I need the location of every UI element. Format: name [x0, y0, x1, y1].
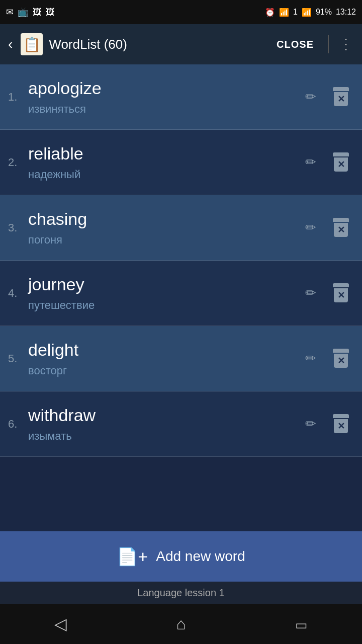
trash-icon: ✕ — [332, 349, 350, 369]
word-content: delight восторг — [28, 332, 298, 385]
word-number: 6. — [8, 418, 28, 431]
delete-button[interactable]: ✕ — [328, 411, 354, 437]
back-button[interactable]: ‹ — [8, 36, 13, 52]
pencil-icon — [305, 89, 316, 105]
edit-button[interactable] — [298, 346, 324, 372]
more-menu-button[interactable]: ⋮ — [339, 37, 354, 51]
word-russian: погоня — [28, 233, 298, 247]
trash-icon: ✕ — [332, 283, 350, 303]
delete-button[interactable]: ✕ — [328, 280, 354, 306]
delete-button[interactable]: ✕ — [328, 84, 354, 110]
word-russian: путешествие — [28, 299, 298, 312]
wifi-icon: 📶 — [279, 8, 289, 17]
language-label: Language lession 1 — [0, 582, 362, 604]
word-russian: извиняться — [28, 103, 298, 116]
word-content: withdraw изымать — [28, 397, 298, 451]
word-russian: изымать — [28, 430, 298, 443]
word-content: apologize извиняться — [28, 70, 298, 124]
word-number: 4. — [8, 287, 28, 300]
alarm-icon: ⏰ — [265, 8, 275, 17]
word-russian: надежный — [28, 168, 298, 181]
word-list: 1. apologize извиняться ✕ 2. reliabl — [0, 64, 362, 531]
word-actions: ✕ — [298, 346, 354, 372]
edit-button[interactable] — [298, 215, 324, 241]
delete-button[interactable]: ✕ — [328, 215, 354, 241]
add-icon: 📄+ — [117, 546, 148, 567]
add-word-label: Add new word — [156, 548, 245, 565]
word-english: withdraw — [28, 405, 298, 426]
word-number: 2. — [8, 156, 28, 169]
word-item: 5. delight восторг ✕ — [0, 326, 362, 391]
signal-icon: 📶 — [302, 8, 312, 17]
nav-bar — [0, 604, 362, 644]
battery-num: 1 — [293, 8, 298, 17]
word-actions: ✕ — [298, 411, 354, 437]
trash-icon: ✕ — [332, 414, 350, 434]
word-actions: ✕ — [298, 84, 354, 110]
word-english: reliable — [28, 143, 298, 164]
word-actions: ✕ — [298, 280, 354, 306]
edit-button[interactable] — [298, 84, 324, 110]
word-english: apologize — [28, 78, 298, 99]
word-content: chasing погоня — [28, 201, 298, 255]
nav-back-button[interactable] — [54, 614, 67, 633]
status-bar: ✉ 📺 🖼 🖼 ⏰ 📶 1 📶 91% 13:12 — [0, 0, 362, 24]
word-number: 1. — [8, 91, 28, 104]
edit-button[interactable] — [298, 149, 324, 176]
edit-button[interactable] — [298, 280, 324, 306]
word-item: 2. reliable надежный ✕ — [0, 130, 362, 195]
pencil-icon — [305, 416, 316, 432]
tv-icon: 📺 — [18, 7, 29, 18]
word-actions: ✕ — [298, 215, 354, 241]
close-button[interactable]: CLOSE — [277, 39, 314, 50]
word-item: 6. withdraw изымать ✕ — [0, 391, 362, 457]
word-russian: восторг — [28, 364, 298, 377]
status-right: ⏰ 📶 1 📶 91% 13:12 — [265, 8, 356, 17]
word-english: journey — [28, 274, 298, 295]
add-word-button[interactable]: 📄+ Add new word — [0, 531, 362, 582]
battery-pct: 91% — [316, 8, 332, 17]
trash-icon: ✕ — [332, 218, 350, 238]
image-icon: 🖼 — [33, 7, 42, 18]
word-number: 5. — [8, 352, 28, 365]
word-item: 3. chasing погоня ✕ — [0, 195, 362, 261]
clock: 13:12 — [336, 8, 356, 17]
trash-icon: ✕ — [332, 87, 350, 107]
word-content: reliable надежный — [28, 135, 298, 189]
image2-icon: 🖼 — [46, 7, 55, 18]
word-english: delight — [28, 340, 298, 360]
edit-button[interactable] — [298, 411, 324, 437]
word-number: 3. — [8, 221, 28, 234]
nav-recents-button[interactable] — [295, 615, 308, 633]
word-english: chasing — [28, 209, 298, 229]
app-icon: 📋 — [21, 33, 43, 55]
header-divider — [328, 35, 329, 53]
delete-button[interactable]: ✕ — [328, 149, 354, 176]
delete-button[interactable]: ✕ — [328, 346, 354, 372]
trash-icon: ✕ — [332, 152, 350, 173]
app-header: ‹ 📋 WordList (60) CLOSE ⋮ — [0, 24, 362, 64]
pencil-icon — [305, 285, 316, 301]
header-title: WordList (60) — [49, 37, 270, 52]
word-content: journey путешествие — [28, 266, 298, 320]
status-left: ✉ 📺 🖼 🖼 — [6, 7, 55, 18]
nav-home-button[interactable] — [176, 615, 186, 633]
gmail-icon: ✉ — [6, 7, 14, 18]
pencil-icon — [305, 220, 316, 235]
word-actions: ✕ — [298, 149, 354, 176]
pencil-icon — [305, 154, 316, 170]
word-item: 4. journey путешествие ✕ — [0, 261, 362, 326]
word-item: 1. apologize извиняться ✕ — [0, 64, 362, 130]
pencil-icon — [305, 351, 316, 366]
